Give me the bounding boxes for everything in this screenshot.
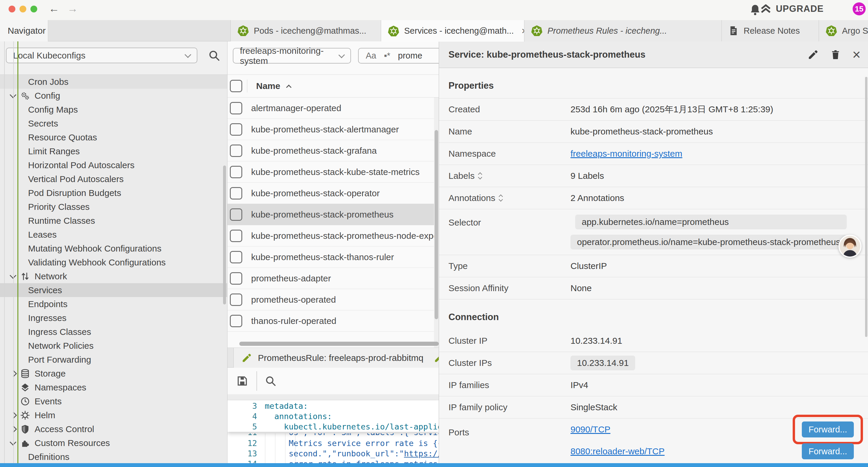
port-link[interactable]: 8080:reloader-web/TCP	[570, 446, 665, 456]
column-header-name[interactable]: Name	[256, 81, 280, 91]
table-row[interactable]: kube-prometheus-stack-prometheus-node-ex…	[227, 225, 439, 246]
table-row[interactable]: prometheus-adapter	[227, 268, 439, 289]
sidebar-tree-item[interactable]: Storage	[0, 367, 227, 380]
forward-button[interactable]: Forward...	[802, 443, 854, 459]
sidebar-tree-item[interactable]: Vertical Pod Autoscalers	[0, 172, 227, 186]
pencil-icon[interactable]	[433, 353, 439, 363]
sidebar-tree-item[interactable]: Access Control	[0, 422, 227, 436]
sort-ascending-icon[interactable]	[286, 85, 291, 90]
sidebar-tree-item[interactable]: Config	[0, 89, 227, 103]
sidebar-tree-item[interactable]: Services	[0, 283, 227, 297]
search-icon[interactable]	[265, 375, 277, 387]
sidebar-tree-item[interactable]: Port Forwarding	[0, 353, 227, 367]
row-checkbox[interactable]	[230, 102, 242, 114]
tree-chevron-icon[interactable]	[11, 371, 20, 376]
avatar[interactable]	[838, 235, 862, 258]
table-scrollbar-thumb[interactable]	[435, 130, 438, 319]
table-row[interactable]: kube-prometheus-stack-kube-state-metrics	[227, 162, 439, 183]
sidebar-tree-item[interactable]: Ingresses	[0, 311, 227, 325]
trash-icon[interactable]	[830, 49, 841, 60]
expand-collapse-icon[interactable]	[499, 195, 502, 201]
select-all-checkbox[interactable]	[230, 80, 242, 92]
expand-collapse-icon[interactable]	[478, 173, 482, 179]
sidebar-tree-item[interactable]: Config Maps	[0, 103, 227, 116]
tree-chevron-icon[interactable]	[11, 274, 20, 278]
table-row[interactable]: kube-prometheus-stack-thanos-ruler	[227, 246, 439, 268]
close-window-button[interactable]	[8, 6, 16, 12]
minimize-window-button[interactable]	[20, 6, 26, 12]
search-icon[interactable]	[208, 49, 220, 62]
row-checkbox[interactable]	[230, 187, 242, 200]
tree-chevron-icon[interactable]	[11, 441, 20, 444]
row-checkbox[interactable]	[230, 123, 242, 136]
close-tab-icon[interactable]: ×	[522, 25, 524, 37]
editor-tab-prometheusrule[interactable]: PrometheusRule: freeleaps-prod-rabbitmq	[234, 348, 439, 368]
sidebar-tree-item[interactable]: Pod Disruption Budgets	[0, 186, 227, 200]
tab-services[interactable]: Services - icecheng@math... ×	[381, 20, 524, 42]
tab-argo[interactable]: Argo Se	[819, 20, 868, 41]
horizontal-scrollbar-thumb[interactable]	[239, 342, 439, 346]
url-link[interactable]: https://net	[404, 449, 439, 458]
sidebar-tree-item[interactable]: Helm	[0, 408, 227, 422]
back-arrow-icon[interactable]: ←	[49, 2, 59, 15]
row-checkbox[interactable]	[230, 208, 242, 221]
namespace-select[interactable]: freeleaps-monitoring-system	[233, 48, 351, 63]
forward-button[interactable]: Forward...	[802, 421, 854, 437]
row-checkbox[interactable]	[230, 315, 242, 327]
sidebar-tree-item[interactable]: Definitions	[0, 450, 227, 464]
tab-pods[interactable]: Pods - icecheng@mathmas...	[230, 20, 381, 41]
sidebar-tree-item[interactable]: Leases	[0, 228, 227, 241]
table-row[interactable]: kube-prometheus-stack-operator	[227, 183, 439, 204]
sidebar-tree-item[interactable]: Runtime Classes	[0, 214, 227, 228]
sidebar-tree-item[interactable]: Custom Resources	[0, 436, 227, 450]
kubeconfig-select[interactable]: Local Kubeconfigs	[6, 48, 197, 63]
sidebar-tree-item[interactable]: Resource Quotas	[0, 130, 227, 144]
table-row[interactable]: alertmanager-operated	[227, 97, 439, 119]
table-row[interactable]: kube-prometheus-stack-prometheus	[227, 204, 439, 225]
tab-release-notes[interactable]: Release Notes	[722, 20, 819, 41]
sidebar-tree-item[interactable]: Network	[0, 269, 227, 283]
tree-chevron-icon[interactable]	[11, 94, 20, 97]
sidebar-tree-item[interactable]: Secrets	[0, 116, 227, 130]
row-checkbox[interactable]	[230, 166, 242, 178]
close-icon[interactable]: ×	[852, 48, 861, 62]
regex-toggle[interactable]: ▪*	[384, 51, 390, 61]
sidebar-tree-item[interactable]: Mutating Webhook Configurations	[0, 241, 227, 255]
row-checkbox[interactable]	[230, 145, 242, 157]
yaml-editor[interactable]: 11 0s","for":"5m","labels":{"service": 1…	[227, 400, 439, 467]
port-link[interactable]: 9090/TCP	[570, 425, 610, 435]
panel-scrollbar-thumb[interactable]	[865, 77, 867, 337]
row-checkbox[interactable]	[230, 230, 242, 242]
tab-navigator[interactable]: Navigator	[0, 20, 48, 41]
sidebar-tree-item[interactable]: Events	[0, 394, 227, 408]
zoom-window-button[interactable]	[30, 6, 37, 12]
sidebar-tree-item[interactable]: Namespaces	[0, 380, 227, 394]
sidebar-tree-item[interactable]: Priority Classes	[0, 200, 227, 214]
tree-chevron-icon[interactable]	[11, 413, 20, 418]
filter-input[interactable]: Aa ▪* prome	[358, 48, 439, 63]
table-row[interactable]: kube-prometheus-stack-grafana	[227, 140, 439, 162]
save-icon[interactable]	[236, 375, 249, 387]
row-checkbox[interactable]	[230, 272, 242, 285]
sidebar-scrollbar[interactable]	[223, 166, 226, 304]
tree-chevron-icon[interactable]	[11, 427, 20, 432]
sidebar-tree-item[interactable]: Validating Webhook Configurations	[0, 255, 227, 269]
sidebar-tree-item[interactable]: Limit Ranges	[0, 144, 227, 158]
match-case-toggle[interactable]: Aa	[366, 51, 376, 61]
sidebar-tree-item[interactable]: Network Policies	[0, 339, 227, 353]
edit-icon[interactable]	[807, 49, 819, 60]
forward-arrow-icon[interactable]: →	[67, 2, 78, 15]
sidebar-tree-item[interactable]: Ingress Classes	[0, 325, 227, 339]
sidebar-tree-item[interactable]: Endpoints	[0, 297, 227, 311]
filter-query[interactable]: prome	[398, 51, 422, 61]
row-checkbox[interactable]	[230, 251, 242, 263]
tab-prometheus-rules[interactable]: Prometheus Rules - icecheng...	[524, 20, 722, 41]
sidebar-tree-item[interactable]: Cron Jobs	[0, 75, 227, 89]
upgrade-button[interactable]: UPGRADE	[760, 3, 824, 15]
namespace-link[interactable]: freeleaps-monitoring-system	[570, 149, 682, 159]
sidebar-tree-item[interactable]: Horizontal Pod Autoscalers	[0, 158, 227, 172]
table-row[interactable]: thanos-ruler-operated	[227, 310, 439, 332]
notification-count-badge[interactable]: 15	[852, 2, 866, 16]
table-row[interactable]: kube-prometheus-stack-alertmanager	[227, 119, 439, 140]
row-checkbox[interactable]	[230, 293, 242, 306]
